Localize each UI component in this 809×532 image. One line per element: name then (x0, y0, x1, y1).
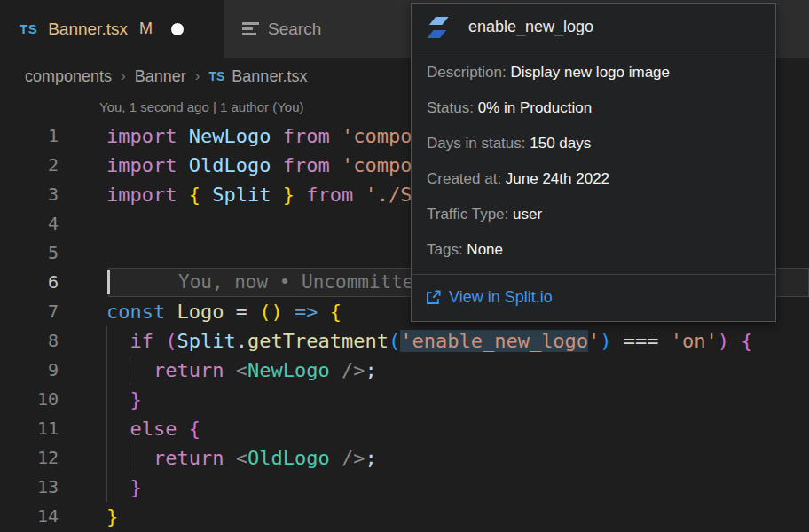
breadcrumb-separator-icon: › (195, 67, 200, 85)
line-number[interactable]: 5 (0, 239, 59, 268)
code-line-12[interactable]: return <OldLogo />; (106, 443, 753, 473)
line-number[interactable]: 13 (0, 473, 59, 502)
code-line-10[interactable]: } (106, 385, 753, 414)
code-line-11[interactable]: else { (106, 414, 753, 443)
line-number[interactable]: 7 (0, 297, 59, 326)
code-line-9[interactable]: return <NewLogo />; (106, 356, 753, 385)
feature-flag-tooltip: enable_new_logo Description: Display new… (411, 3, 776, 322)
editor-gutter[interactable]: 1234567891011121314 (0, 121, 59, 531)
tooltip-row: Status: 0% in Production (412, 90, 775, 126)
breadcrumb-item[interactable]: Banner (135, 67, 186, 86)
line-number[interactable]: 14 (0, 502, 59, 531)
typescript-file-icon: TS (20, 21, 37, 36)
code-line-8[interactable]: if (Split.getTreatment('enable_new_logo'… (106, 326, 753, 356)
tooltip-row: Traffic Type: user (412, 197, 775, 232)
breadcrumb-separator-icon: › (121, 67, 126, 85)
line-number[interactable]: 10 (0, 385, 59, 414)
line-number[interactable]: 3 (0, 180, 59, 209)
feature-flag-name: enable_new_logo (468, 18, 593, 36)
code-line-13[interactable]: } (106, 473, 753, 502)
typescript-file-icon: TS (208, 69, 224, 83)
tab-search-label: Search (268, 20, 321, 39)
unsaved-dot-icon[interactable] (171, 23, 184, 35)
line-number[interactable]: 6 (0, 268, 59, 297)
tooltip-rows: Description: Display new logo imageStatu… (412, 51, 775, 268)
search-editor-icon (242, 22, 259, 35)
view-in-split-label: View in Split.io (449, 288, 553, 307)
tab-banner-tsx[interactable]: TS Banner.tsx M (0, 0, 224, 58)
code-line-14[interactable]: } (106, 502, 753, 531)
breadcrumb-item[interactable]: components (25, 67, 112, 86)
view-in-split-link[interactable]: View in Split.io (412, 275, 775, 307)
tooltip-header: enable_new_logo (412, 4, 775, 51)
vscode-window: TS Banner.tsx M Search components›Banner… (0, 0, 809, 532)
line-number[interactable]: 9 (0, 356, 59, 385)
line-number[interactable]: 8 (0, 326, 59, 356)
line-number[interactable]: 4 (0, 209, 59, 239)
codelens-authors[interactable]: You, 1 second ago | 1 author (You) (99, 99, 303, 114)
tab-filename: Banner.tsx (48, 20, 128, 39)
breadcrumb: components›Banner›TSBanner.tsx (25, 65, 307, 88)
tooltip-row: Created at: June 24th 2022 (412, 161, 775, 197)
breadcrumb-item[interactable]: Banner.tsx (232, 67, 307, 86)
git-modified-badge: M (139, 20, 153, 38)
external-link-icon (425, 289, 442, 306)
split-io-logo-icon (425, 14, 451, 41)
line-number[interactable]: 2 (0, 151, 59, 180)
line-number[interactable]: 11 (0, 414, 59, 443)
line-number[interactable]: 12 (0, 443, 59, 473)
tooltip-row: Tags: None (412, 232, 775, 268)
tooltip-row: Description: Display new logo image (412, 55, 775, 90)
line-number[interactable]: 1 (0, 121, 59, 151)
tooltip-row: Days in status: 150 days (412, 126, 775, 161)
